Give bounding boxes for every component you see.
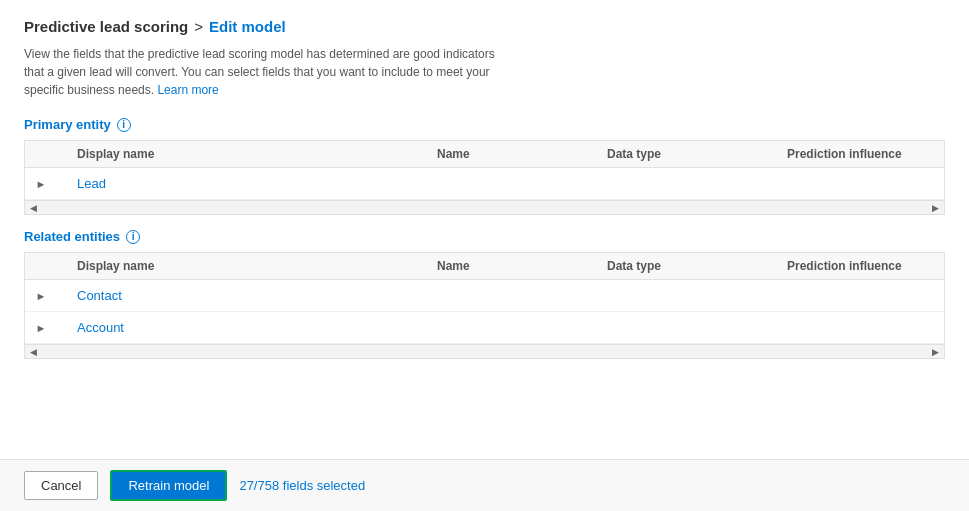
learn-more-link[interactable]: Learn more — [157, 83, 218, 97]
related-entities-info-icon[interactable]: i — [126, 230, 140, 244]
related-entities-section: Related entities i Display name Name Dat… — [24, 229, 945, 359]
cancel-button[interactable]: Cancel — [24, 471, 98, 500]
col-display-name-1: Display name — [77, 147, 437, 161]
related-entities-table-header: Display name Name Data type Prediction i… — [25, 253, 944, 280]
retrain-model-button[interactable]: Retrain model — [110, 470, 227, 501]
expand-contact-icon[interactable]: ► — [33, 290, 49, 302]
breadcrumb-main: Predictive lead scoring — [24, 18, 188, 35]
primary-entity-info-icon[interactable]: i — [117, 118, 131, 132]
primary-entity-section: Primary entity i Display name Name Data … — [24, 117, 945, 215]
primary-entity-label: Primary entity i — [24, 117, 945, 132]
page-container: Predictive lead scoring > Edit model Vie… — [0, 0, 969, 511]
col-data-type-2: Data type — [607, 259, 787, 273]
col-prediction-2: Prediction influence — [787, 259, 944, 273]
breadcrumb-separator: > — [194, 18, 203, 35]
related-entities-scrollbar: ◀ ▶ — [25, 344, 944, 358]
table-row: ► Contact — [25, 280, 944, 312]
col-name-1: Name — [437, 147, 607, 161]
expand-lead-icon[interactable]: ► — [33, 178, 49, 190]
lead-row-label[interactable]: Lead — [77, 176, 944, 191]
col-name-2: Name — [437, 259, 607, 273]
col-prediction-1: Prediction influence — [787, 147, 944, 161]
scroll-right-arrow-1[interactable]: ▶ — [929, 203, 942, 213]
fields-selected-count: 27/758 fields selected — [239, 478, 365, 493]
primary-entity-scrollbar: ◀ ▶ — [25, 200, 944, 214]
content-area: Primary entity i Display name Name Data … — [24, 117, 945, 511]
account-row-label[interactable]: Account — [77, 320, 944, 335]
primary-entity-title: Primary entity — [24, 117, 111, 132]
page-description: View the fields that the predictive lead… — [24, 45, 514, 99]
related-entities-label: Related entities i — [24, 229, 945, 244]
related-entities-title: Related entities — [24, 229, 120, 244]
table-row: ► Lead — [25, 168, 944, 200]
primary-entity-table: Display name Name Data type Prediction i… — [24, 140, 945, 215]
col-data-type-1: Data type — [607, 147, 787, 161]
expand-account-icon[interactable]: ► — [33, 322, 49, 334]
footer: Cancel Retrain model 27/758 fields selec… — [0, 459, 969, 511]
breadcrumb-current: Edit model — [209, 18, 286, 35]
scroll-right-arrow-2[interactable]: ▶ — [929, 347, 942, 357]
primary-entity-table-header: Display name Name Data type Prediction i… — [25, 141, 944, 168]
description-text: View the fields that the predictive lead… — [24, 47, 495, 97]
col-display-name-2: Display name — [77, 259, 437, 273]
breadcrumb: Predictive lead scoring > Edit model — [24, 18, 945, 35]
related-entities-table: Display name Name Data type Prediction i… — [24, 252, 945, 359]
scroll-left-arrow-2[interactable]: ◀ — [27, 347, 40, 357]
scroll-left-arrow-1[interactable]: ◀ — [27, 203, 40, 213]
table-row: ► Account — [25, 312, 944, 344]
contact-row-label[interactable]: Contact — [77, 288, 944, 303]
